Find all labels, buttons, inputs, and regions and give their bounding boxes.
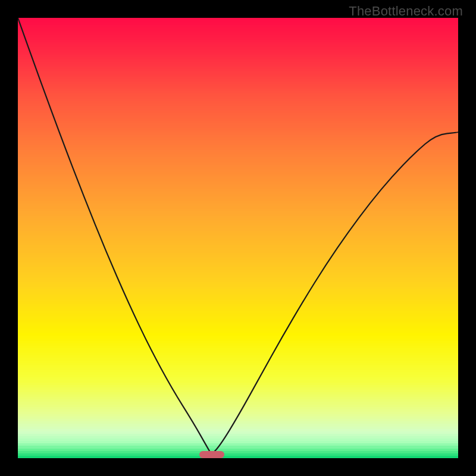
curve-path [18,18,458,455]
outer-frame: TheBottleneck.com [0,0,476,476]
watermark-text: TheBottleneck.com [349,4,463,19]
bottleneck-curve [18,18,458,458]
optimal-marker [199,451,224,458]
plot-area [18,18,458,458]
